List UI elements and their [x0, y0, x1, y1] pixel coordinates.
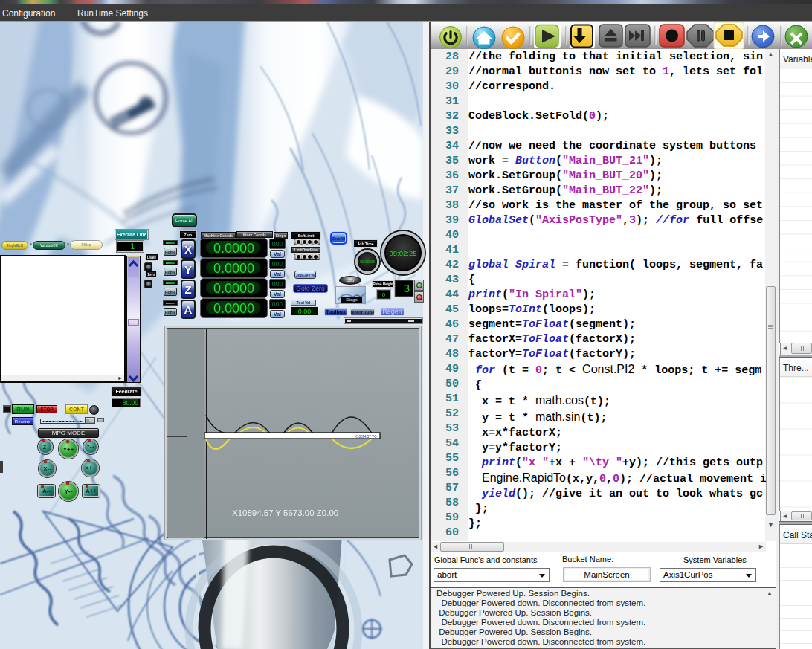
- svg-text:X10894.57 Y-5: X10894.57 Y-5: [355, 435, 377, 439]
- svg-text:X10894.57 Y-5673.00 Z0.00: X10894.57 Y-5673.00 Z0.00: [232, 508, 338, 517]
